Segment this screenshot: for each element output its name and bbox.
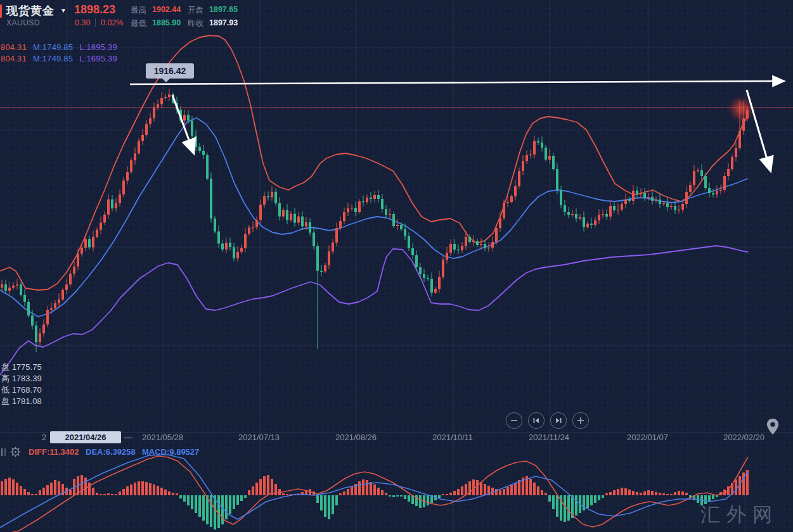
macd-bar — [282, 493, 285, 495]
divider — [95, 18, 96, 27]
macd-bar — [628, 490, 631, 495]
skip-to-end-button[interactable] — [550, 412, 567, 429]
macd-bar — [476, 480, 479, 495]
macd-bar — [145, 482, 148, 495]
skip-to-start-button[interactable] — [528, 412, 545, 429]
selected-date-box[interactable]: 2021/04/26 — [50, 431, 121, 443]
price-change-pct: 0.02% — [101, 18, 123, 27]
macd-bar — [191, 495, 193, 509]
macd-bar — [183, 495, 186, 502]
macd-bar — [484, 484, 486, 495]
macd-bar — [643, 491, 646, 495]
candlesticks — [1, 89, 749, 352]
macd-bar — [586, 495, 589, 508]
zoom-in-button[interactable] — [572, 412, 589, 429]
macd-bar — [42, 488, 45, 495]
macd-bar — [366, 480, 368, 495]
macd-bar — [172, 493, 174, 495]
skip-end-icon — [555, 417, 562, 424]
macd-bar — [373, 484, 376, 495]
macd-bar — [187, 495, 190, 505]
macd-bar — [35, 494, 37, 495]
boll-indicator-row: 804.31M:1749.85L:1695.39 — [1, 54, 117, 63]
macd-bar — [122, 489, 125, 495]
macd-bar — [453, 491, 456, 495]
boll-upper-value: 804.31 — [1, 54, 27, 63]
chevron-down-icon[interactable]: ▼ — [60, 7, 67, 14]
macd-bar — [655, 492, 657, 495]
macd-bar — [674, 492, 676, 495]
macd-bar — [385, 493, 387, 495]
macd-bar — [636, 492, 638, 495]
macd-bar — [567, 495, 570, 521]
macd-bar — [92, 488, 94, 495]
stat-prevclose-label: 昨收 — [188, 18, 203, 29]
macd-bar — [400, 495, 403, 497]
macd-bar — [176, 493, 178, 495]
price-change: 0.30 — [75, 18, 90, 27]
macd-bar — [134, 483, 136, 495]
macd-bar — [138, 481, 140, 495]
macd-bar — [446, 494, 448, 495]
macd-bar — [613, 490, 616, 495]
macd-bar — [670, 494, 673, 495]
macd-bar — [267, 475, 269, 495]
date-tick: 2022/02/20 — [723, 433, 764, 442]
macd-bar — [347, 489, 349, 495]
macd-bar — [472, 479, 475, 495]
macd-bar — [362, 479, 364, 495]
boll-lower-value: L:1695.39 — [79, 54, 117, 63]
macd-bar — [503, 489, 505, 495]
macd-bar — [389, 495, 391, 497]
macd-bar — [153, 484, 155, 495]
macd-bar — [514, 483, 517, 495]
macd-bar — [39, 490, 41, 495]
macd-bar — [149, 483, 152, 495]
macd-bar — [537, 486, 539, 495]
down-arrow-annotation[interactable] — [172, 95, 193, 152]
drawing-annotations[interactable] — [130, 81, 783, 170]
macd-bar — [624, 488, 627, 495]
macd-bar — [4, 479, 7, 495]
boll-indicator-row: 804.31M:1749.85L:1695.39 — [1, 42, 117, 52]
macd-bar — [240, 495, 243, 501]
stat-high-value: 1902.44 — [152, 5, 181, 14]
macd-bar — [130, 484, 132, 495]
macd-panel[interactable] — [0, 455, 749, 532]
macd-bar — [564, 495, 566, 522]
stat-prevclose-value: 1897.93 — [209, 18, 238, 27]
indicator-settings-button[interactable] — [10, 446, 21, 460]
macd-bar — [332, 495, 334, 514]
macd-bar — [271, 479, 273, 495]
zoom-out-button[interactable] — [506, 412, 522, 429]
stat-high-label: 最高 — [131, 5, 146, 16]
boll-lower-value: L:1695.39 — [79, 42, 117, 52]
macd-dea-value: DEA:6.39258 — [86, 447, 136, 457]
location-pin-icon[interactable] — [764, 418, 781, 440]
macd-bar — [69, 490, 72, 495]
ohlc-tooltip: 盘 1775.75 高 1783.39 低 1768.70 盘 1781.08 — [1, 362, 42, 407]
date-tick: 2022/01/07 — [627, 433, 668, 442]
last-price: 1898.23 — [74, 3, 115, 16]
macd-bar — [160, 488, 163, 495]
macd-bar — [396, 495, 399, 497]
macd-bar — [480, 482, 482, 495]
horizontal-trendline-arrow[interactable] — [130, 81, 783, 84]
macd-bar — [442, 494, 444, 495]
down-arrow-annotation[interactable] — [747, 90, 770, 170]
macd-bar — [23, 489, 26, 495]
macd-bar — [50, 483, 53, 495]
macd-bar — [316, 495, 319, 503]
macd-bar — [556, 495, 558, 517]
macd-bar — [598, 495, 600, 500]
macd-bar — [533, 483, 536, 495]
macd-bar — [438, 495, 441, 498]
macd-bar — [252, 486, 254, 495]
symbol-selector[interactable]: 现货黄金 — [6, 3, 55, 18]
macd-diff-value: DIFF:11.3402 — [29, 447, 79, 457]
macd-bar — [594, 495, 596, 503]
gear-icon — [10, 446, 21, 457]
macd-bar — [107, 493, 110, 495]
macd-bar — [141, 481, 144, 495]
partial-icon — [4, 448, 6, 456]
